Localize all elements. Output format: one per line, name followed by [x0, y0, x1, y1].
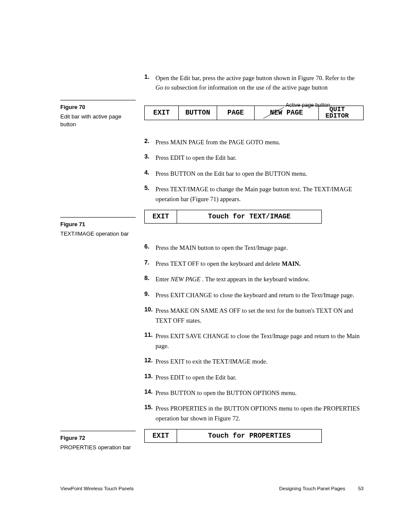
figure-70-title: Figure 70: [60, 104, 136, 110]
figure-70-sidebar: Figure 70 Edit bar with active page butt…: [60, 100, 136, 128]
page: 1. Open the Edit bar, press the active p…: [0, 0, 411, 532]
figure-72-title: Figure 72: [60, 435, 136, 441]
properties-bar: EXIT Touch for PROPERTIES: [144, 429, 322, 443]
figure-71: EXIT Touch for TEXT/IMAGE: [144, 210, 364, 224]
step-number: 6.: [144, 243, 156, 250]
step-number: 3.: [144, 153, 156, 160]
step-text: Press BUTTON to open the BUTTON OPTIONS …: [156, 388, 296, 398]
step-number: 13.: [144, 373, 156, 380]
step-text: Press TEXT OFF to open the keyboard and …: [156, 259, 301, 268]
figbar-exit[interactable]: EXIT: [145, 210, 177, 223]
text-image-bar: EXIT Touch for TEXT/IMAGE: [144, 210, 322, 224]
steps-2-5: 2. Press MAIN PAGE from the PAGE GOTO me…: [144, 137, 364, 204]
step-text: Press EDIT to open the Edit bar.: [156, 373, 237, 382]
footer-section: Designing Touch Panel Pages: [279, 486, 345, 491]
step-number: 14.: [144, 388, 156, 395]
step-number: 9.: [144, 290, 156, 297]
step-text: Press TEXT/IMAGE to change the Main page…: [156, 184, 364, 204]
step-1: 1. Open the Edit bar, press the active p…: [144, 73, 364, 93]
editbar-exit[interactable]: EXIT: [145, 106, 179, 120]
figbar-exit[interactable]: EXIT: [145, 429, 177, 442]
step-number: 7.: [144, 259, 156, 266]
figure-72-caption: PROPERTIES operation bar: [60, 444, 136, 451]
step-text: Press the MAIN button to open the Text/I…: [156, 243, 288, 252]
sidebar-rule: [60, 100, 136, 100]
step-text: Open the Edit bar, press the active page…: [156, 73, 364, 93]
editbar-page[interactable]: PAGE: [217, 106, 255, 120]
footer-left: ViewPoint Wireless Touch Panels: [60, 486, 134, 491]
step-text: Press BUTTON on the Edit bar to open the…: [156, 169, 307, 178]
step-number: 15.: [144, 404, 156, 411]
step-number: 2.: [144, 137, 156, 144]
footer-right: Designing Touch Panel Pages 53: [279, 486, 364, 491]
step-number: 12.: [144, 357, 156, 364]
step-number: 5.: [144, 184, 156, 191]
edit-bar: EXIT BUTTON PAGE NEW PAGE QUITEDITOR: [144, 106, 364, 120]
figbar-touch-area[interactable]: Touch for PROPERTIES: [177, 429, 321, 442]
step-text: Press EXIT to exit the TEXT/IMAGE mode.: [156, 357, 268, 366]
figure-71-caption: TEXT/IMAGE operation bar: [60, 230, 136, 238]
step-text: Enter NEW PAGE . The text appears in the…: [156, 274, 310, 284]
step-text: Press EDIT to open the Edit bar.: [156, 153, 237, 162]
figbar-touch-area[interactable]: Touch for TEXT/IMAGE: [177, 210, 321, 223]
figure-70-caption: Edit bar with active page button: [60, 113, 136, 128]
sidebar-rule: [60, 217, 136, 218]
step-number: 11.: [144, 331, 156, 338]
page-number: 53: [358, 486, 364, 491]
step-text: Press MAKE ON SAME AS OFF to set the tex…: [156, 306, 364, 325]
figure-70: Active page button EXIT BUTTON PAGE NEW …: [144, 106, 364, 120]
step-text: Press PROPERTIES in the BUTTON OPTIONS m…: [156, 404, 364, 423]
editbar-new-page[interactable]: NEW PAGE: [255, 106, 319, 120]
step-number: 10.: [144, 306, 156, 313]
step-number: 4.: [144, 169, 156, 176]
step-text: Press EXIT SAVE CHANGE to close the Text…: [156, 331, 364, 351]
page-footer: ViewPoint Wireless Touch Panels Designin…: [60, 486, 364, 491]
editbar-quit-editor[interactable]: QUITEDITOR: [319, 106, 355, 120]
steps-6-15: 6. Press the MAIN button to open the Tex…: [144, 243, 364, 423]
sidebar-rule: [60, 431, 136, 431]
step-text: Press MAIN PAGE from the PAGE GOTO menu.: [156, 137, 280, 147]
step-number: 1.: [144, 73, 156, 80]
figure-71-sidebar: Figure 71 TEXT/IMAGE operation bar: [60, 217, 136, 238]
editbar-button[interactable]: BUTTON: [179, 106, 217, 120]
figure-72: EXIT Touch for PROPERTIES: [144, 429, 364, 443]
step-number: 8.: [144, 274, 156, 281]
step-text: Press EXIT CHANGE to close the keyboard …: [156, 290, 354, 300]
figure-71-title: Figure 71: [60, 221, 136, 227]
figure-72-sidebar: Figure 72 PROPERTIES operation bar: [60, 431, 136, 451]
